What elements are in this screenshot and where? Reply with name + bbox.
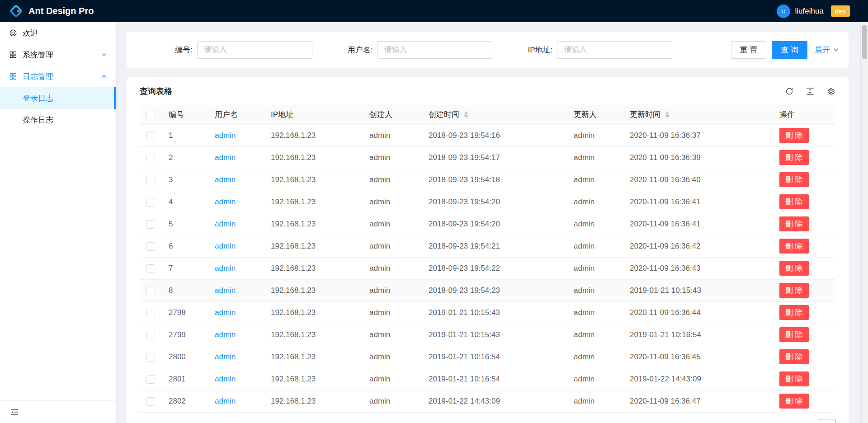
sorter-icon[interactable] [464,112,468,118]
delete-button[interactable]: 删 除 [779,239,809,254]
delete-button[interactable]: 删 除 [779,283,809,298]
cell-creator: admin [362,324,421,346]
username-link[interactable]: admin [215,397,236,405]
row-checkbox[interactable] [146,220,155,229]
reset-button[interactable]: 重 置 [731,41,767,59]
username-link[interactable]: admin [215,197,236,206]
col-updated-time[interactable]: 更新时间 [623,105,772,124]
sidebar-item-welcome[interactable]: 欢迎 [0,22,116,44]
expand-link[interactable]: 展开 [815,45,839,55]
username-link[interactable]: admin [215,242,236,250]
delete-button[interactable]: 删 除 [779,150,809,165]
col-actions: 操作 [772,105,835,124]
expand-label: 展开 [815,45,830,55]
cell-checkbox [140,368,161,390]
delete-button[interactable]: 删 除 [779,194,809,209]
sidebar-item-logs[interactable]: 日志管理 [0,66,116,87]
username-link[interactable]: admin [215,175,236,184]
delete-button[interactable]: 删 除 [779,172,809,187]
cell-updated-time: 2020-11-09 16:36:40 [623,169,772,191]
cell-username: admin [208,191,264,213]
row-checkbox[interactable] [146,397,155,406]
sidebar-item-login-log[interactable]: 登录日志 [0,87,116,109]
delete-button[interactable]: 删 除 [779,261,809,276]
avatar[interactable] [777,5,790,18]
id-field[interactable] [197,41,312,59]
row-checkbox[interactable] [146,287,155,295]
cell-ip: 192.168.1.23 [264,390,362,412]
cell-id: 2800 [161,346,208,368]
cell-username: admin [208,301,264,324]
cell-ip: 192.168.1.23 [264,301,362,324]
username-link[interactable]: admin [215,131,236,140]
cell-id: 2798 [161,301,208,324]
select-all-checkbox[interactable] [146,111,155,119]
col-created-time[interactable]: 创建时间 [421,105,566,124]
row-checkbox[interactable] [146,309,155,317]
vertical-scrollbar[interactable] [860,22,868,423]
header-user-area[interactable]: liufeihua dev [777,5,850,18]
username-link[interactable]: admin [215,220,236,228]
username-link[interactable]: admin [215,352,236,361]
menu-fold-icon[interactable] [10,408,19,417]
username-link[interactable]: admin [215,308,236,317]
settings-gear-icon[interactable] [826,87,835,96]
username-link[interactable]: admin [215,375,236,383]
cell-id: 3 [161,169,208,191]
cell-username: admin [208,368,264,390]
username-field[interactable] [377,41,492,59]
smile-icon [9,29,17,37]
username-link[interactable]: admin [215,153,236,162]
scrollbar-thumb[interactable] [862,25,867,59]
delete-button[interactable]: 删 除 [779,216,809,231]
sidebar-item-operation-log[interactable]: 操作日志 [0,109,116,131]
delete-button[interactable]: 删 除 [779,128,809,143]
reload-icon[interactable] [785,87,794,96]
cell-updated-time: 2020-11-09 16:36:39 [623,146,772,169]
cell-updater: admin [566,257,623,279]
row-checkbox[interactable] [146,331,155,339]
table-title: 查询表格 [140,86,172,97]
row-checkbox[interactable] [146,132,155,140]
ip-field[interactable] [557,41,672,59]
cell-username: admin [208,213,264,235]
table-row: 7 admin 192.168.1.23 admin 2018-09-23 19… [140,257,835,279]
logo-area[interactable]: Ant Design Pro [9,4,94,18]
sidebar-item-label: 日志管理 [23,71,53,82]
cell-id: 8 [161,279,208,301]
cell-id: 2 [161,146,208,169]
cell-id: 4 [161,191,208,213]
table-row: 4 admin 192.168.1.23 admin 2018-09-23 19… [140,191,835,213]
delete-button[interactable]: 删 除 [779,327,809,342]
username-link[interactable]: admin [215,286,236,295]
cell-creator: admin [362,368,421,390]
delete-button[interactable]: 删 除 [779,394,809,409]
sorter-icon[interactable] [665,112,670,118]
row-checkbox[interactable] [146,375,155,384]
sidebar-item-system[interactable]: 系统管理 [0,44,116,66]
username-link[interactable]: admin [215,264,236,273]
column-height-icon[interactable] [806,87,815,96]
delete-button[interactable]: 删 除 [779,371,809,386]
row-checkbox[interactable] [146,198,155,207]
row-checkbox[interactable] [146,176,155,184]
cell-created-time: 2019-01-21 10:16:54 [421,346,566,368]
table-row: 8 admin 192.168.1.23 admin 2018-09-23 19… [140,279,835,301]
cell-updater: admin [566,235,623,257]
delete-button[interactable]: 删 除 [779,305,809,320]
cell-actions: 删 除 [772,346,835,368]
row-checkbox[interactable] [146,154,155,162]
table-toolbar: 查询表格 [140,77,835,105]
row-checkbox[interactable] [146,264,155,273]
table-row: 2798 admin 192.168.1.23 admin 2019-01-21… [140,301,835,324]
cell-checkbox [140,390,161,412]
cell-checkbox [140,213,161,235]
row-checkbox[interactable] [146,242,155,251]
row-checkbox[interactable] [146,353,155,362]
cell-updater: admin [566,346,623,368]
delete-button[interactable]: 删 除 [779,349,809,364]
username-link[interactable]: admin [215,330,236,339]
pagination-page-1[interactable]: 1 [818,419,835,423]
appstore-icon [9,72,17,80]
query-button[interactable]: 查 询 [772,41,807,59]
